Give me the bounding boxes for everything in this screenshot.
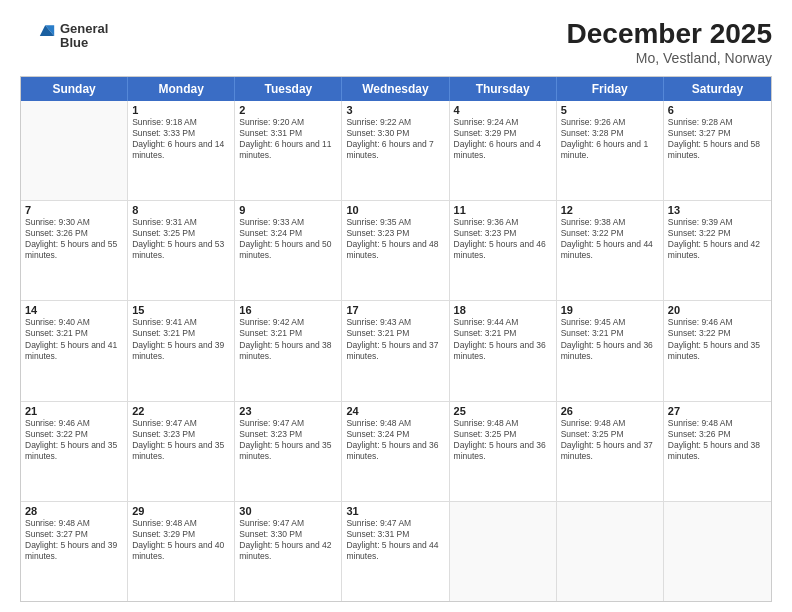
day-cell-24: 24Sunrise: 9:48 AMSunset: 3:24 PMDayligh… [342,402,449,501]
day-number: 3 [346,104,444,116]
day-detail: Sunrise: 9:36 AMSunset: 3:23 PMDaylight:… [454,217,552,261]
day-detail: Sunrise: 9:48 AMSunset: 3:25 PMDaylight:… [454,418,552,462]
day-cell-30: 30Sunrise: 9:47 AMSunset: 3:30 PMDayligh… [235,502,342,601]
day-detail: Sunrise: 9:22 AMSunset: 3:30 PMDaylight:… [346,117,444,161]
day-detail: Sunrise: 9:40 AMSunset: 3:21 PMDaylight:… [25,317,123,361]
day-number: 30 [239,505,337,517]
day-number: 23 [239,405,337,417]
day-detail: Sunrise: 9:47 AMSunset: 3:30 PMDaylight:… [239,518,337,562]
header-day-tuesday: Tuesday [235,77,342,101]
day-cell-3: 3Sunrise: 9:22 AMSunset: 3:30 PMDaylight… [342,101,449,200]
day-cell-15: 15Sunrise: 9:41 AMSunset: 3:21 PMDayligh… [128,301,235,400]
header-day-thursday: Thursday [450,77,557,101]
day-detail: Sunrise: 9:24 AMSunset: 3:29 PMDaylight:… [454,117,552,161]
logo-line1: General [60,22,108,36]
day-cell-14: 14Sunrise: 9:40 AMSunset: 3:21 PMDayligh… [21,301,128,400]
main-title: December 2025 [567,18,772,50]
day-number: 6 [668,104,767,116]
day-number: 28 [25,505,123,517]
day-number: 27 [668,405,767,417]
day-number: 13 [668,204,767,216]
day-cell-13: 13Sunrise: 9:39 AMSunset: 3:22 PMDayligh… [664,201,771,300]
day-number: 17 [346,304,444,316]
calendar-row-2: 7Sunrise: 9:30 AMSunset: 3:26 PMDaylight… [21,201,771,301]
day-cell-22: 22Sunrise: 9:47 AMSunset: 3:23 PMDayligh… [128,402,235,501]
title-block: December 2025 Mo, Vestland, Norway [567,18,772,66]
subtitle: Mo, Vestland, Norway [567,50,772,66]
day-cell-9: 9Sunrise: 9:33 AMSunset: 3:24 PMDaylight… [235,201,342,300]
day-number: 24 [346,405,444,417]
day-detail: Sunrise: 9:38 AMSunset: 3:22 PMDaylight:… [561,217,659,261]
day-number: 18 [454,304,552,316]
header: General Blue December 2025 Mo, Vestland,… [20,18,772,66]
day-cell-29: 29Sunrise: 9:48 AMSunset: 3:29 PMDayligh… [128,502,235,601]
page: General Blue December 2025 Mo, Vestland,… [0,0,792,612]
day-cell-31: 31Sunrise: 9:47 AMSunset: 3:31 PMDayligh… [342,502,449,601]
day-number: 4 [454,104,552,116]
day-number: 22 [132,405,230,417]
logo: General Blue [20,18,108,54]
day-cell-11: 11Sunrise: 9:36 AMSunset: 3:23 PMDayligh… [450,201,557,300]
day-cell-26: 26Sunrise: 9:48 AMSunset: 3:25 PMDayligh… [557,402,664,501]
day-detail: Sunrise: 9:41 AMSunset: 3:21 PMDaylight:… [132,317,230,361]
day-cell-18: 18Sunrise: 9:44 AMSunset: 3:21 PMDayligh… [450,301,557,400]
day-cell-7: 7Sunrise: 9:30 AMSunset: 3:26 PMDaylight… [21,201,128,300]
calendar-row-1: 1Sunrise: 9:18 AMSunset: 3:33 PMDaylight… [21,101,771,201]
day-detail: Sunrise: 9:47 AMSunset: 3:23 PMDaylight:… [239,418,337,462]
header-day-monday: Monday [128,77,235,101]
day-number: 8 [132,204,230,216]
day-cell-19: 19Sunrise: 9:45 AMSunset: 3:21 PMDayligh… [557,301,664,400]
day-number: 25 [454,405,552,417]
calendar-row-5: 28Sunrise: 9:48 AMSunset: 3:27 PMDayligh… [21,502,771,601]
day-cell-5: 5Sunrise: 9:26 AMSunset: 3:28 PMDaylight… [557,101,664,200]
day-number: 20 [668,304,767,316]
day-number: 12 [561,204,659,216]
calendar-row-4: 21Sunrise: 9:46 AMSunset: 3:22 PMDayligh… [21,402,771,502]
day-number: 31 [346,505,444,517]
header-day-wednesday: Wednesday [342,77,449,101]
day-detail: Sunrise: 9:45 AMSunset: 3:21 PMDaylight:… [561,317,659,361]
day-detail: Sunrise: 9:48 AMSunset: 3:25 PMDaylight:… [561,418,659,462]
day-detail: Sunrise: 9:30 AMSunset: 3:26 PMDaylight:… [25,217,123,261]
day-number: 29 [132,505,230,517]
calendar: SundayMondayTuesdayWednesdayThursdayFrid… [20,76,772,602]
day-cell-12: 12Sunrise: 9:38 AMSunset: 3:22 PMDayligh… [557,201,664,300]
calendar-body: 1Sunrise: 9:18 AMSunset: 3:33 PMDaylight… [21,101,771,601]
day-detail: Sunrise: 9:26 AMSunset: 3:28 PMDaylight:… [561,117,659,161]
day-cell-21: 21Sunrise: 9:46 AMSunset: 3:22 PMDayligh… [21,402,128,501]
day-detail: Sunrise: 9:48 AMSunset: 3:24 PMDaylight:… [346,418,444,462]
empty-cell-0-0 [21,101,128,200]
header-day-friday: Friday [557,77,664,101]
day-number: 26 [561,405,659,417]
day-detail: Sunrise: 9:43 AMSunset: 3:21 PMDaylight:… [346,317,444,361]
day-cell-20: 20Sunrise: 9:46 AMSunset: 3:22 PMDayligh… [664,301,771,400]
day-number: 11 [454,204,552,216]
day-number: 15 [132,304,230,316]
day-number: 10 [346,204,444,216]
day-cell-17: 17Sunrise: 9:43 AMSunset: 3:21 PMDayligh… [342,301,449,400]
day-detail: Sunrise: 9:47 AMSunset: 3:31 PMDaylight:… [346,518,444,562]
empty-cell-4-6 [664,502,771,601]
day-detail: Sunrise: 9:18 AMSunset: 3:33 PMDaylight:… [132,117,230,161]
day-detail: Sunrise: 9:48 AMSunset: 3:29 PMDaylight:… [132,518,230,562]
day-cell-1: 1Sunrise: 9:18 AMSunset: 3:33 PMDaylight… [128,101,235,200]
day-cell-16: 16Sunrise: 9:42 AMSunset: 3:21 PMDayligh… [235,301,342,400]
day-cell-8: 8Sunrise: 9:31 AMSunset: 3:25 PMDaylight… [128,201,235,300]
day-number: 1 [132,104,230,116]
header-day-saturday: Saturday [664,77,771,101]
day-detail: Sunrise: 9:46 AMSunset: 3:22 PMDaylight:… [25,418,123,462]
day-number: 2 [239,104,337,116]
day-cell-25: 25Sunrise: 9:48 AMSunset: 3:25 PMDayligh… [450,402,557,501]
day-detail: Sunrise: 9:48 AMSunset: 3:26 PMDaylight:… [668,418,767,462]
day-cell-2: 2Sunrise: 9:20 AMSunset: 3:31 PMDaylight… [235,101,342,200]
day-detail: Sunrise: 9:46 AMSunset: 3:22 PMDaylight:… [668,317,767,361]
calendar-row-3: 14Sunrise: 9:40 AMSunset: 3:21 PMDayligh… [21,301,771,401]
day-number: 7 [25,204,123,216]
day-number: 21 [25,405,123,417]
day-detail: Sunrise: 9:39 AMSunset: 3:22 PMDaylight:… [668,217,767,261]
day-detail: Sunrise: 9:48 AMSunset: 3:27 PMDaylight:… [25,518,123,562]
day-detail: Sunrise: 9:20 AMSunset: 3:31 PMDaylight:… [239,117,337,161]
day-detail: Sunrise: 9:44 AMSunset: 3:21 PMDaylight:… [454,317,552,361]
day-cell-10: 10Sunrise: 9:35 AMSunset: 3:23 PMDayligh… [342,201,449,300]
day-number: 16 [239,304,337,316]
